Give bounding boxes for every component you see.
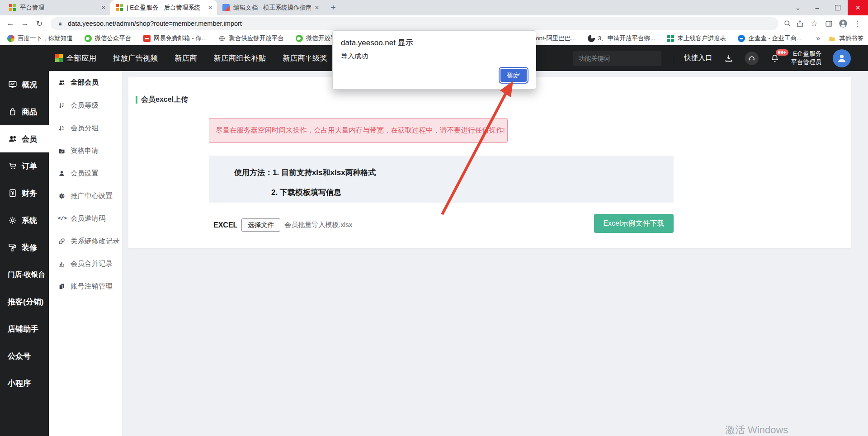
nav-item-peer-reward[interactable]: 新店商平级奖 xyxy=(283,53,327,63)
submenu-item-all-members[interactable]: 全部会员 xyxy=(49,71,122,94)
profile-avatar-icon[interactable] xyxy=(836,17,850,30)
bookmark-supply-chain[interactable]: 聚合供应链开放平台 xyxy=(218,34,284,43)
eqiying-favicon xyxy=(9,4,16,11)
notifications-bell[interactable]: 99+ xyxy=(770,53,780,63)
tab-platform-admin[interactable]: 平台管理 ✕ xyxy=(4,0,110,15)
usage-instructions: 使用方法：1. 目前支持xls和xlsx两种格式 2. 下载模板填写信息 xyxy=(209,156,674,203)
tab-admin-system-active[interactable]: | E企盈服务 - 后台管理系统 ✕ xyxy=(110,0,217,15)
section-title: 会员excel上传 xyxy=(136,95,188,104)
other-bookmarks-button[interactable]: 其他书签 xyxy=(828,34,863,43)
zoom-icon[interactable] xyxy=(783,19,792,28)
bookmark-iconfont[interactable]: ont-阿里巴巴... xyxy=(536,34,576,43)
maximize-button[interactable] xyxy=(827,0,848,15)
bookmark-qichacha[interactable]: 企查查 - 企业工商... xyxy=(738,34,802,43)
upload-card: 会员excel上传 尽量在服务器空闲时间来操作，会占用大量内存与带宽，在获取过程… xyxy=(128,77,851,248)
sidebar-item-mini-program[interactable]: 小程序 xyxy=(0,370,49,397)
side-panel-icon[interactable] xyxy=(822,17,835,30)
share-icon[interactable] xyxy=(793,17,807,30)
all-members-icon xyxy=(58,79,66,86)
tab-title: 平台管理 xyxy=(20,4,98,12)
qichacha-favicon xyxy=(738,35,745,42)
quick-entry-link[interactable]: 快捷入口 xyxy=(684,53,712,63)
excel-sample-download-button[interactable]: Excel示例文件下载 xyxy=(594,214,674,233)
bookmark-apply-platform[interactable]: 3、申请开放平台绑... xyxy=(588,34,656,43)
choose-file-button[interactable]: 选择文件 xyxy=(241,218,280,232)
sidebar-item-distribution[interactable]: 推客(分销) xyxy=(0,288,49,315)
nav-item-new-shop[interactable]: 新店商 xyxy=(175,53,197,63)
sidebar-item-decoration[interactable]: 装修 xyxy=(0,234,49,261)
sidebar-item-official-account[interactable]: 公众号 xyxy=(0,342,49,370)
nav-item-ad-video[interactable]: 投放广告视频 xyxy=(113,53,158,63)
selected-file-name: 会员批量导入模板.xlsx xyxy=(284,221,352,229)
submenu-item-invite-code[interactable]: </>会员邀请码 xyxy=(49,207,122,230)
maximize-icon xyxy=(835,5,840,10)
menu-dots-icon[interactable]: ⋮ xyxy=(851,17,864,30)
members-icon xyxy=(8,134,18,144)
bookmark-wechat-mp[interactable]: 微信公众平台 xyxy=(85,34,132,43)
submenu-item-member-settings[interactable]: 会员设置 xyxy=(49,162,122,185)
wechat-favicon xyxy=(85,35,92,42)
overview-icon xyxy=(8,80,18,90)
bookmark-163-mail[interactable]: 网易免费邮箱 - 你... xyxy=(143,34,207,43)
tab-edit-doc[interactable]: 编辑文档 - 模王系统操作指南.. ✕ xyxy=(217,0,324,15)
user-icon xyxy=(58,170,66,177)
address-bar[interactable]: data.yeesoo.net/admin/shop?route=member.… xyxy=(51,17,778,30)
function-search-input[interactable] xyxy=(573,51,661,66)
minimize-button[interactable]: – xyxy=(807,0,827,15)
sidebar-item-finance[interactable]: 财务 xyxy=(0,180,49,207)
alert-dialog-title: data.yeesoo.net 显示 xyxy=(341,38,413,48)
tab-close-icon[interactable]: ✕ xyxy=(101,5,106,11)
bookmark-baidu[interactable]: 百度一下，你就知道 xyxy=(7,34,73,43)
nav-item-all-apps[interactable]: 全部应用 xyxy=(55,53,96,63)
alert-dialog-message: 导入成功 xyxy=(341,52,368,61)
submenu-item-relation-log[interactable]: 关系链修改记录 xyxy=(49,230,122,252)
chart-icon xyxy=(58,260,66,268)
submenu-item-member-group[interactable]: 会员分组 xyxy=(49,117,122,139)
back-button[interactable]: ← xyxy=(4,17,17,30)
sidebar-item-orders[interactable]: 订单 xyxy=(0,152,49,180)
window-controls: ⌄ – ✕ xyxy=(789,0,868,15)
file-upload-row: EXCEL 选择文件 会员批量导入模板.xlsx xyxy=(213,218,352,232)
new-tab-button[interactable]: + xyxy=(326,1,340,14)
alert-confirm-button[interactable]: 确定 xyxy=(500,69,527,82)
submenu-item-member-level[interactable]: 会员等级 xyxy=(49,94,122,117)
nav-item-leader-subsidy[interactable]: 新店商组长补贴 xyxy=(214,53,266,63)
tab-search-caret-icon[interactable]: ⌄ xyxy=(789,0,807,15)
sidebar-item-store-cashier[interactable]: 门店-收银台 xyxy=(0,261,49,288)
submenu-item-promotion-settings[interactable]: 推广中心设置 xyxy=(49,185,122,207)
gear-icon xyxy=(58,192,66,200)
submenu-item-qualification[interactable]: 资格申请 xyxy=(49,139,122,162)
bookmarks-overflow-icon[interactable]: » xyxy=(816,34,820,43)
doc-favicon xyxy=(222,4,230,11)
sidebar-item-goods[interactable]: 商品 xyxy=(0,98,49,125)
usage-line-1: 使用方法：1. 目前支持xls和xlsx两种格式 xyxy=(234,167,376,178)
close-window-button[interactable]: ✕ xyxy=(848,0,868,15)
reload-button[interactable]: ↻ xyxy=(33,17,46,30)
sidebar-item-shop-assistant[interactable]: 店铺助手 xyxy=(0,315,49,342)
download-icon[interactable] xyxy=(724,53,734,63)
submenu-item-merge-log[interactable]: 会员合并记录 xyxy=(49,252,122,275)
profile-company: E企盈服务 xyxy=(791,50,822,58)
tab-close-icon[interactable]: ✕ xyxy=(208,5,212,11)
nav-divider xyxy=(673,52,673,65)
tab-close-icon[interactable]: ✕ xyxy=(315,5,319,11)
usage-line-2: 2. 下载模板填写信息 xyxy=(271,187,341,198)
bookmarks-end-group: » 其他书签 xyxy=(816,32,863,45)
bookmark-client-progress[interactable]: 未上线客户进度表 xyxy=(667,34,726,43)
sidebar-item-members[interactable]: 会员 xyxy=(0,125,49,152)
profile-info[interactable]: E企盈服务 平台管理员 xyxy=(791,50,822,67)
lock-icon xyxy=(57,20,64,27)
user-avatar[interactable] xyxy=(833,49,851,67)
folder-check-icon xyxy=(58,147,66,155)
bookmark-star-icon[interactable]: ☆ xyxy=(807,17,821,30)
activate-windows-watermark: 激活 Windows xyxy=(725,423,788,436)
finance-icon xyxy=(8,188,18,198)
alert-dialog: data.yeesoo.net 显示 导入成功 确定 xyxy=(332,30,536,90)
sidebar-item-system[interactable]: 系统 xyxy=(0,207,49,234)
orders-cart-icon xyxy=(8,161,18,171)
pie-favicon xyxy=(588,35,595,42)
submenu-item-account-cancel[interactable]: 账号注销管理 xyxy=(49,275,122,298)
sidebar-item-overview[interactable]: 概况 xyxy=(0,71,49,98)
assistant-icon[interactable] xyxy=(745,52,759,65)
forward-button[interactable]: → xyxy=(18,17,32,30)
